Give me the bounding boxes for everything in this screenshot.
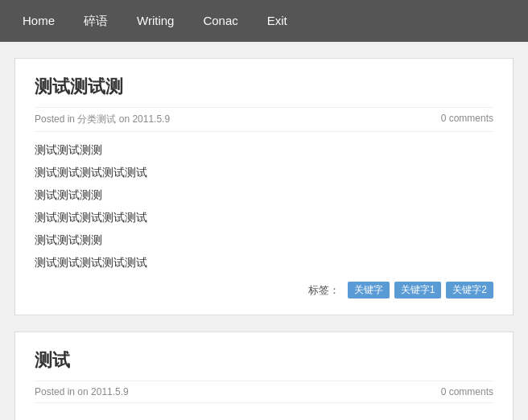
post-meta: Posted in on 2011.5.90 comments bbox=[35, 381, 493, 403]
main-nav: Home碎语WritingConacExit bbox=[0, 0, 528, 42]
nav-item-碎语[interactable]: 碎语 bbox=[69, 0, 122, 42]
tag-link[interactable]: 关键字 bbox=[348, 282, 390, 299]
post-0: 测试测试测Posted in 分类测试 on 2011.5.90 comment… bbox=[14, 58, 514, 315]
post-title: 测试 bbox=[35, 348, 493, 373]
nav-item-conac[interactable]: Conac bbox=[188, 0, 252, 42]
post-meta-right: 0 comments bbox=[441, 113, 493, 126]
post-body-line: 测试测试测试测试测试 bbox=[35, 166, 493, 180]
post-footer: 标签：关键字关键字1关键字2 bbox=[35, 282, 493, 299]
post-title: 测试测试测 bbox=[35, 75, 493, 99]
post-body-line: 测试测试测试测试测试 bbox=[35, 256, 493, 270]
nav-item-home[interactable]: Home bbox=[8, 0, 69, 42]
main-content: 测试测试测Posted in 分类测试 on 2011.5.90 comment… bbox=[6, 42, 522, 420]
post-meta-left: Posted in 分类测试 on 2011.5.9 bbox=[35, 113, 170, 126]
post-body-line: 测试测试测试测试测试 bbox=[35, 211, 493, 225]
tag-link[interactable]: 关键字2 bbox=[446, 282, 493, 299]
post-body-line: 测试测试测测 bbox=[35, 233, 493, 248]
post-body: 测试测试测测测试测试测试测试测试测试测试测测测试测试测试测试测试测试测试测测测试… bbox=[35, 143, 493, 270]
post-meta-right: 0 comments bbox=[441, 386, 493, 397]
nav-item-writing[interactable]: Writing bbox=[122, 0, 188, 42]
tags-label: 标签： bbox=[308, 283, 340, 298]
tag-link[interactable]: 关键字1 bbox=[394, 282, 442, 299]
post-meta: Posted in 分类测试 on 2011.5.90 comments bbox=[35, 107, 493, 132]
post-1: 测试Posted in on 2011.5.90 comments bbox=[14, 331, 514, 420]
nav-item-exit[interactable]: Exit bbox=[253, 0, 302, 42]
post-body-line: 测试测试测测 bbox=[35, 143, 493, 158]
post-meta-left: Posted in on 2011.5.9 bbox=[35, 386, 129, 397]
post-body-line: 测试测试测测 bbox=[35, 188, 493, 203]
